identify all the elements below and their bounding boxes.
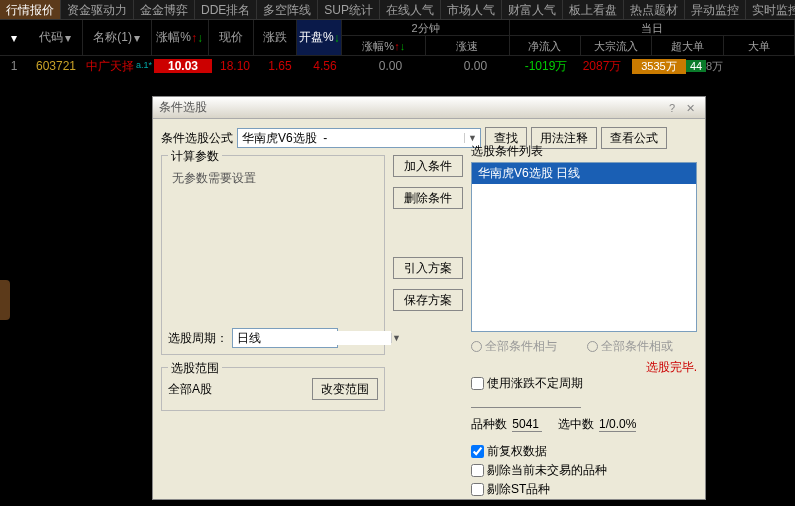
formula-label: 条件选股公式 xyxy=(161,130,233,147)
del-condition-button[interactable]: 删除条件 xyxy=(393,187,463,209)
col-name[interactable]: 名称(1)▾ xyxy=(83,20,152,55)
cell-pct: 10.03 xyxy=(154,59,212,73)
col-group-day: 当日 净流入 大宗流入 超大单 大单 xyxy=(510,20,795,55)
dialog-titlebar[interactable]: 条件选股 ? ✕ xyxy=(153,97,705,119)
col-group-2min: 2分钟 涨幅%↑↓ 涨速 xyxy=(342,20,509,55)
count-value: 5041 xyxy=(512,417,542,432)
list-item[interactable]: 华南虎V6选股 日线 xyxy=(472,163,696,184)
cell-name: 中广天择a.1* xyxy=(84,58,154,75)
period-range-input[interactable] xyxy=(471,393,581,408)
col-2min-pct[interactable]: 涨幅%↑↓ xyxy=(342,36,426,56)
col-pct[interactable]: 涨幅%↑↓ xyxy=(152,20,209,55)
tab-board[interactable]: 板上看盘 xyxy=(563,0,624,19)
condition-listbox[interactable]: 华南虎V6选股 日线 xyxy=(471,162,697,332)
tab-online[interactable]: 在线人气 xyxy=(380,0,441,19)
tab-longshort[interactable]: 多空阵线 xyxy=(257,0,318,19)
close-icon[interactable]: ✕ xyxy=(681,100,699,116)
tab-game[interactable]: 金金博弈 xyxy=(134,0,195,19)
cell-price: 18.10 xyxy=(212,59,258,73)
chk-period[interactable]: 使用涨跌不定周期 xyxy=(471,375,583,392)
formula-input[interactable] xyxy=(238,131,464,145)
col-code[interactable]: 代码▾ xyxy=(28,20,83,55)
import-plan-button[interactable]: 引入方案 xyxy=(393,257,463,279)
period-input[interactable] xyxy=(233,331,391,345)
dialog-title: 条件选股 xyxy=(159,99,663,116)
radio-and[interactable]: 全部条件相与 xyxy=(471,338,557,355)
range-legend: 选股范围 xyxy=(168,360,222,377)
cell-2min-pct: 0.00 xyxy=(348,59,433,73)
col-bigflow[interactable]: 大宗流入 xyxy=(581,36,652,56)
calc-legend: 计算参数 xyxy=(168,148,222,165)
cell-super: 3535万 xyxy=(632,59,686,74)
side-expand-handle[interactable] xyxy=(0,280,10,320)
range-box: 选股范围 全部A股 改变范围 xyxy=(161,367,385,411)
help-icon[interactable]: ? xyxy=(663,100,681,116)
tab-dde[interactable]: DDE排名 xyxy=(195,0,257,19)
col-2min-speed[interactable]: 涨速 xyxy=(426,36,509,56)
chk-st[interactable]: 剔除ST品种 xyxy=(471,481,550,498)
chk-notrade[interactable]: 剔除当前未交易的品种 xyxy=(471,462,607,479)
cell-bigflow: 2087万 xyxy=(574,58,630,75)
cell-big-green: 44 xyxy=(686,60,706,72)
stock-badge: a.1* xyxy=(136,60,152,70)
cell-code: 603721 xyxy=(28,59,84,73)
tab-wealth[interactable]: 财富人气 xyxy=(502,0,563,19)
add-condition-button[interactable]: 加入条件 xyxy=(393,155,463,177)
radio-or[interactable]: 全部条件相或 xyxy=(587,338,673,355)
done-text: 选股完毕. xyxy=(471,359,697,376)
period-label: 选股周期： xyxy=(168,330,228,347)
col-price[interactable]: 现价 xyxy=(209,20,254,55)
tab-market[interactable]: 市场人气 xyxy=(441,0,502,19)
save-plan-button[interactable]: 保存方案 xyxy=(393,289,463,311)
tab-sup[interactable]: SUP统计 xyxy=(318,0,380,19)
condition-list-label: 选股条件列表 xyxy=(471,143,697,160)
top-tab-bar: 行情报价 资金驱动力 金金博弈 DDE排名 多空阵线 SUP统计 在线人气 市场… xyxy=(0,0,795,20)
cell-open: 4.56 xyxy=(302,59,348,73)
condition-stock-dialog: 条件选股 ? ✕ 条件选股公式 ▼ 查找 用法注释 查看公式 计算参数 无参数需… xyxy=(152,96,706,500)
header-menu-dropdown[interactable]: ▾ xyxy=(0,20,28,55)
row-index: 1 xyxy=(0,59,28,73)
chk-fq[interactable]: 前复权数据 xyxy=(471,443,547,460)
chevron-down-icon[interactable]: ▼ xyxy=(464,133,480,143)
range-value: 全部A股 xyxy=(168,381,212,398)
tab-realtime[interactable]: 实时监控 xyxy=(746,0,795,19)
no-params-text: 无参数需要设置 xyxy=(172,170,374,187)
cell-2min-speed: 0.00 xyxy=(433,59,518,73)
tab-hot[interactable]: 热点题材 xyxy=(624,0,685,19)
cell-netflow: -1019万 xyxy=(518,58,574,75)
col-open[interactable]: 开盘%↓ xyxy=(297,20,342,55)
count-label: 品种数 xyxy=(471,417,507,431)
col-super[interactable]: 超大单 xyxy=(652,36,723,56)
col-netflow[interactable]: 净流入 xyxy=(510,36,581,56)
tab-quote[interactable]: 行情报价 xyxy=(0,0,61,19)
chevron-down-icon[interactable]: ▼ xyxy=(391,333,401,343)
formula-combo[interactable]: ▼ xyxy=(237,128,481,148)
tab-fund[interactable]: 资金驱动力 xyxy=(61,0,134,19)
period-combo[interactable]: ▼ xyxy=(232,328,338,348)
col-chg[interactable]: 涨跌 xyxy=(254,20,297,55)
selected-value: 1/0.0% xyxy=(599,417,636,432)
cell-big-tail: 8万 xyxy=(706,59,723,74)
tab-abnormal[interactable]: 异动监控 xyxy=(685,0,746,19)
cell-chg: 1.65 xyxy=(258,59,302,73)
change-range-button[interactable]: 改变范围 xyxy=(312,378,378,400)
col-big[interactable]: 大单 xyxy=(724,36,794,56)
selected-label: 选中数 xyxy=(558,417,594,431)
table-header: ▾ 代码▾ 名称(1)▾ 涨幅%↑↓ 现价 涨跌 开盘%↓ 2分钟 涨幅%↑↓ … xyxy=(0,20,795,56)
calc-params-box: 计算参数 无参数需要设置 选股周期： ▼ xyxy=(161,155,385,355)
table-row[interactable]: 1 603721 中广天择a.1* 10.03 18.10 1.65 4.56 … xyxy=(0,56,795,76)
